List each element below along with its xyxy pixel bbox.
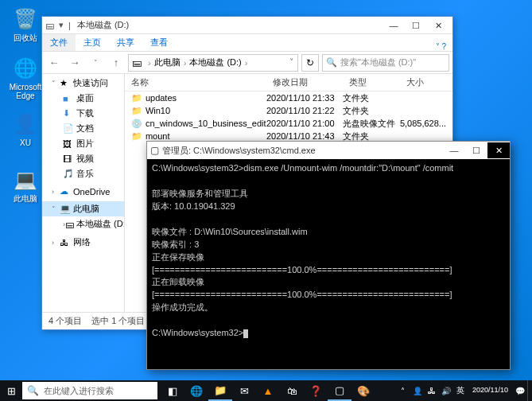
refresh-button[interactable]: ↻ (301, 54, 319, 72)
nav-bar: ← → ˅ ↑ 🖴 › 此电脑 › 本地磁盘 (D:) › ˅ ↻ 🔍 搜索"本… (42, 52, 452, 74)
taskbar-app-paint[interactable]: 🎨 (351, 380, 375, 401)
search-icon: 🔍 (27, 385, 39, 396)
folder-icon: 📁 (131, 106, 142, 116)
cmd-close-button[interactable]: ✕ (487, 142, 510, 158)
back-button[interactable]: ← (45, 54, 63, 72)
taskbar-search-input[interactable]: 🔍 在此键入进行搜索 (22, 382, 157, 399)
nav-this-pc[interactable]: ˅💻此电脑 (42, 201, 124, 216)
taskbar-app-vlc[interactable]: ▲ (256, 380, 280, 401)
ribbon-expand-button[interactable]: ˅ ? (429, 42, 452, 51)
tray-notifications-icon[interactable]: 💬 (513, 387, 527, 395)
desktop-icon-thispc[interactable]: 💻 此电脑 (8, 167, 43, 203)
nav-network[interactable]: ›🖧网络 (42, 235, 124, 250)
desktop-icon-edge[interactable]: 🌐 Microsoft Edge (8, 56, 43, 100)
nav-quick-access[interactable]: ˅★快速访问 (42, 76, 124, 91)
tab-share[interactable]: 共享 (109, 34, 142, 51)
forward-button[interactable]: → (66, 54, 83, 72)
cmd-window[interactable]: ▢ 管理员: C:\Windows\system32\cmd.exe — ☐ ✕… (146, 141, 511, 370)
cmd-icon: ▢ (150, 145, 159, 156)
cmd-output[interactable]: C:\Windows\system32>dism.exe /Unmount-wi… (147, 159, 510, 369)
folder-icon: 📁 (131, 131, 142, 142)
tab-home[interactable]: 主页 (76, 34, 109, 51)
task-view-button[interactable]: ◧ (161, 380, 184, 401)
col-size[interactable]: 大小 (400, 74, 452, 91)
tray-overflow-icon[interactable]: ˄ (396, 387, 410, 395)
desktop-icon-user[interactable]: 👤 XU (8, 111, 43, 147)
nav-music[interactable]: 🎵音乐 (42, 166, 124, 181)
iso-icon: 💿 (131, 119, 142, 129)
nav-videos[interactable]: 🎞视频 (42, 151, 124, 166)
qat-chevron-icon[interactable]: ▾ (59, 20, 64, 30)
this-pc-icon: 💻 (13, 167, 38, 193)
taskbar-app-explorer[interactable]: 📁 (208, 380, 232, 401)
breadcrumb-dropdown-icon[interactable]: ˅ (289, 57, 294, 68)
taskbar-app-help[interactable]: ❓ (304, 380, 328, 401)
start-button[interactable]: ⊞ (0, 380, 22, 401)
tray-ime-icon[interactable]: 英 (453, 385, 468, 396)
history-chevron-icon[interactable]: ˅ (87, 54, 104, 72)
tray-people-icon[interactable]: 👤 (410, 387, 425, 395)
cursor-icon (243, 329, 248, 338)
file-row[interactable]: 📁updates 2020/11/10 21:33文件夹 (125, 91, 452, 104)
maximize-button[interactable]: ☐ (405, 18, 427, 33)
col-type[interactable]: 类型 (343, 74, 400, 91)
col-name[interactable]: 名称 (125, 74, 266, 91)
recycle-bin-icon: 🗑️ (13, 6, 38, 32)
taskbar-app-mail[interactable]: ✉ (232, 380, 256, 401)
system-tray[interactable]: ˄ 👤 🖧 🔊 英 2020/11/10 💬 (396, 380, 532, 401)
tab-view[interactable]: 查看 (142, 34, 176, 51)
file-row[interactable]: 📁Win10 2020/11/10 21:22文件夹 (125, 104, 452, 117)
item-count: 4 个项目 (49, 315, 82, 327)
tray-network-icon[interactable]: 🖧 (425, 387, 439, 395)
breadcrumb-pc[interactable]: 此电脑 (154, 56, 181, 68)
nav-drive-d[interactable]: ›🖴本地磁盘 (D:) (42, 216, 124, 232)
minimize-button[interactable]: — (382, 18, 405, 33)
explorer-title-bar[interactable]: 🖴 ▾ | 本地磁盘 (D:) — ☐ ✕ (42, 17, 452, 34)
up-button[interactable]: ↑ (107, 54, 125, 72)
search-input[interactable]: 🔍 搜索"本地磁盘 (D:)" (322, 54, 449, 72)
cmd-maximize-button[interactable]: ☐ (465, 142, 487, 158)
nav-onedrive[interactable]: ›☁OneDrive (42, 185, 124, 198)
col-date[interactable]: 修改日期 (266, 74, 343, 91)
show-desktop-button[interactable] (527, 380, 532, 401)
cmd-title-bar[interactable]: ▢ 管理员: C:\Windows\system32\cmd.exe — ☐ ✕ (147, 142, 510, 159)
folder-icon: 📁 (131, 93, 142, 103)
window-title: 本地磁盘 (D:) (77, 19, 382, 31)
tab-file[interactable]: 文件 (42, 34, 76, 51)
drive-icon: 🖴 (45, 21, 54, 30)
column-headers[interactable]: 名称 修改日期 类型 大小 (125, 74, 452, 91)
selection-count: 选中 1 个项目 (91, 315, 145, 327)
taskbar-app-cmd[interactable]: ▢ (328, 380, 351, 401)
nav-pictures[interactable]: 🖼图片 (42, 136, 124, 151)
cmd-minimize-button[interactable]: — (443, 142, 465, 158)
drive-icon: 🖴 (132, 57, 142, 68)
nav-desktop[interactable]: ■桌面 (42, 91, 124, 106)
edge-icon: 🌐 (13, 56, 38, 81)
file-row[interactable]: 💿cn_windows_10_business_editions_ver... … (125, 117, 452, 130)
ribbon-tabs: 文件 主页 共享 查看 ˅ ? (42, 34, 452, 52)
desktop-icon-recycle-bin[interactable]: 🗑️ 回收站 (8, 6, 43, 42)
tray-clock[interactable]: 2020/11/10 (468, 387, 513, 395)
nav-pane[interactable]: ˅★快速访问 ■桌面 ⬇下载 📄文档 🖼图片 🎞视频 🎵音乐 ›☁OneDriv… (42, 74, 125, 312)
nav-downloads[interactable]: ⬇下载 (42, 106, 124, 121)
search-icon: 🔍 (326, 57, 337, 68)
taskbar[interactable]: ⊞ 🔍 在此键入进行搜索 ◧ 🌐 📁 ✉ ▲ 🛍 ❓ ▢ 🎨 ˄ 👤 🖧 🔊 英… (0, 380, 532, 401)
user-folder-icon: 👤 (13, 111, 38, 137)
breadcrumb-drive[interactable]: 本地磁盘 (D:) (189, 56, 241, 68)
nav-documents[interactable]: 📄文档 (42, 121, 124, 136)
cmd-title-text: 管理员: C:\Windows\system32\cmd.exe (162, 145, 443, 157)
breadcrumb[interactable]: 🖴 › 此电脑 › 本地磁盘 (D:) › ˅ (128, 54, 298, 72)
close-button[interactable]: ✕ (427, 18, 449, 33)
tray-volume-icon[interactable]: 🔊 (439, 387, 453, 395)
taskbar-app-store[interactable]: 🛍 (280, 380, 304, 401)
taskbar-app-edge[interactable]: 🌐 (184, 380, 208, 401)
